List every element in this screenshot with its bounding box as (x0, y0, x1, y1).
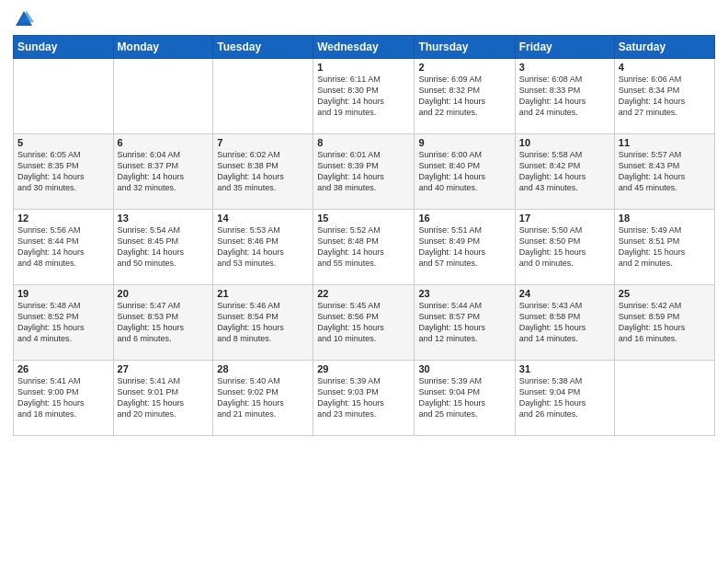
day-info: Sunrise: 5:39 AM Sunset: 9:03 PM Dayligh… (317, 375, 410, 420)
day-info: Sunrise: 5:41 AM Sunset: 9:00 PM Dayligh… (17, 375, 109, 420)
day-number: 23 (418, 288, 510, 299)
logo (13, 9, 34, 29)
day-number: 28 (217, 363, 309, 374)
day-info: Sunrise: 5:46 AM Sunset: 8:54 PM Dayligh… (217, 300, 309, 345)
day-number: 30 (418, 363, 510, 374)
day-number: 6 (118, 137, 210, 148)
day-info: Sunrise: 5:42 AM Sunset: 8:59 PM Dayligh… (619, 300, 711, 345)
calendar-week-5: 26Sunrise: 5:41 AM Sunset: 9:00 PM Dayli… (14, 361, 715, 436)
day-info: Sunrise: 5:52 AM Sunset: 8:48 PM Dayligh… (317, 224, 410, 270)
day-number: 24 (519, 288, 610, 299)
calendar-cell: 26Sunrise: 5:41 AM Sunset: 9:00 PM Dayli… (14, 361, 114, 436)
calendar-cell: 11Sunrise: 5:57 AM Sunset: 8:43 PM Dayli… (614, 134, 714, 210)
day-number: 18 (619, 213, 711, 224)
day-info: Sunrise: 5:50 AM Sunset: 8:50 PM Dayligh… (519, 224, 610, 270)
day-number: 13 (118, 213, 210, 224)
day-number: 25 (619, 288, 711, 299)
day-number: 15 (317, 213, 410, 224)
calendar-cell: 13Sunrise: 5:54 AM Sunset: 8:45 PM Dayli… (113, 210, 213, 285)
day-number: 5 (17, 137, 109, 148)
page: SundayMondayTuesdayWednesdayThursdayFrid… (0, 0, 728, 563)
calendar-cell: 1Sunrise: 6:11 AM Sunset: 8:30 PM Daylig… (313, 59, 415, 134)
calendar-cell: 31Sunrise: 5:38 AM Sunset: 9:04 PM Dayli… (515, 361, 614, 436)
calendar-cell: 28Sunrise: 5:40 AM Sunset: 9:02 PM Dayli… (213, 361, 313, 436)
calendar-cell: 21Sunrise: 5:46 AM Sunset: 8:54 PM Dayli… (213, 285, 313, 361)
calendar-cell (14, 59, 114, 134)
calendar-cell: 3Sunrise: 6:08 AM Sunset: 8:33 PM Daylig… (515, 59, 614, 134)
day-info: Sunrise: 5:53 AM Sunset: 8:46 PM Dayligh… (217, 224, 309, 270)
weekday-header-friday: Friday (515, 36, 614, 59)
calendar-cell (614, 361, 714, 436)
day-info: Sunrise: 5:41 AM Sunset: 9:01 PM Dayligh… (118, 375, 210, 420)
calendar-cell: 2Sunrise: 6:09 AM Sunset: 8:32 PM Daylig… (415, 59, 515, 134)
day-info: Sunrise: 5:48 AM Sunset: 8:52 PM Dayligh… (17, 300, 109, 345)
calendar-cell: 7Sunrise: 6:02 AM Sunset: 8:38 PM Daylig… (213, 134, 313, 210)
day-info: Sunrise: 5:58 AM Sunset: 8:42 PM Dayligh… (519, 149, 610, 194)
day-number: 4 (619, 62, 711, 73)
calendar-cell: 27Sunrise: 5:41 AM Sunset: 9:01 PM Dayli… (113, 361, 213, 436)
day-info: Sunrise: 5:49 AM Sunset: 8:51 PM Dayligh… (619, 224, 711, 270)
day-info: Sunrise: 5:51 AM Sunset: 8:49 PM Dayligh… (418, 224, 510, 270)
day-info: Sunrise: 5:57 AM Sunset: 8:43 PM Dayligh… (619, 149, 711, 194)
weekday-header-sunday: Sunday (14, 36, 114, 59)
weekday-header-saturday: Saturday (614, 36, 714, 59)
day-number: 20 (118, 288, 210, 299)
calendar-cell: 29Sunrise: 5:39 AM Sunset: 9:03 PM Dayli… (313, 361, 415, 436)
calendar-cell: 5Sunrise: 6:05 AM Sunset: 8:35 PM Daylig… (14, 134, 114, 210)
calendar-cell: 15Sunrise: 5:52 AM Sunset: 8:48 PM Dayli… (313, 210, 415, 285)
logo-icon (14, 9, 34, 29)
day-number: 11 (619, 137, 711, 148)
calendar-cell: 20Sunrise: 5:47 AM Sunset: 8:53 PM Dayli… (113, 285, 213, 361)
day-number: 16 (418, 213, 510, 224)
day-info: Sunrise: 5:44 AM Sunset: 8:57 PM Dayligh… (418, 300, 510, 345)
day-info: Sunrise: 6:06 AM Sunset: 8:34 PM Dayligh… (619, 74, 711, 119)
day-number: 12 (17, 213, 109, 224)
day-info: Sunrise: 6:11 AM Sunset: 8:30 PM Dayligh… (317, 74, 410, 119)
day-number: 9 (418, 137, 510, 148)
day-number: 8 (317, 137, 410, 148)
day-info: Sunrise: 6:05 AM Sunset: 8:35 PM Dayligh… (17, 149, 109, 194)
calendar-cell: 9Sunrise: 6:00 AM Sunset: 8:40 PM Daylig… (415, 134, 515, 210)
calendar-cell: 23Sunrise: 5:44 AM Sunset: 8:57 PM Dayli… (415, 285, 515, 361)
day-info: Sunrise: 5:54 AM Sunset: 8:45 PM Dayligh… (118, 224, 210, 270)
day-info: Sunrise: 5:39 AM Sunset: 9:04 PM Dayligh… (418, 375, 510, 420)
day-info: Sunrise: 6:01 AM Sunset: 8:39 PM Dayligh… (317, 149, 410, 194)
day-info: Sunrise: 5:43 AM Sunset: 8:58 PM Dayligh… (519, 300, 610, 345)
calendar-cell: 12Sunrise: 5:56 AM Sunset: 8:44 PM Dayli… (14, 210, 114, 285)
day-info: Sunrise: 5:40 AM Sunset: 9:02 PM Dayligh… (217, 375, 309, 420)
weekday-header-row: SundayMondayTuesdayWednesdayThursdayFrid… (14, 36, 715, 59)
calendar-week-2: 5Sunrise: 6:05 AM Sunset: 8:35 PM Daylig… (14, 134, 715, 210)
calendar-cell: 19Sunrise: 5:48 AM Sunset: 8:52 PM Dayli… (14, 285, 114, 361)
calendar-cell: 10Sunrise: 5:58 AM Sunset: 8:42 PM Dayli… (515, 134, 614, 210)
day-number: 27 (118, 363, 210, 374)
calendar-cell: 17Sunrise: 5:50 AM Sunset: 8:50 PM Dayli… (515, 210, 614, 285)
day-info: Sunrise: 6:09 AM Sunset: 8:32 PM Dayligh… (418, 74, 510, 119)
day-number: 1 (317, 62, 410, 73)
weekday-header-tuesday: Tuesday (213, 36, 313, 59)
day-number: 14 (217, 213, 309, 224)
day-info: Sunrise: 5:45 AM Sunset: 8:56 PM Dayligh… (317, 300, 410, 345)
day-number: 31 (519, 363, 610, 374)
calendar-table: SundayMondayTuesdayWednesdayThursdayFrid… (13, 35, 715, 436)
day-number: 29 (317, 363, 410, 374)
day-number: 17 (519, 213, 610, 224)
day-number: 3 (519, 62, 610, 73)
day-info: Sunrise: 5:56 AM Sunset: 8:44 PM Dayligh… (17, 224, 109, 270)
calendar-cell: 22Sunrise: 5:45 AM Sunset: 8:56 PM Dayli… (313, 285, 415, 361)
day-number: 2 (418, 62, 510, 73)
calendar-cell: 8Sunrise: 6:01 AM Sunset: 8:39 PM Daylig… (313, 134, 415, 210)
calendar-cell: 14Sunrise: 5:53 AM Sunset: 8:46 PM Dayli… (213, 210, 313, 285)
weekday-header-wednesday: Wednesday (313, 36, 415, 59)
calendar-cell: 6Sunrise: 6:04 AM Sunset: 8:37 PM Daylig… (113, 134, 213, 210)
calendar-cell: 4Sunrise: 6:06 AM Sunset: 8:34 PM Daylig… (614, 59, 714, 134)
day-info: Sunrise: 5:47 AM Sunset: 8:53 PM Dayligh… (118, 300, 210, 345)
weekday-header-monday: Monday (113, 36, 213, 59)
calendar-week-3: 12Sunrise: 5:56 AM Sunset: 8:44 PM Dayli… (14, 210, 715, 285)
day-number: 19 (17, 288, 109, 299)
calendar-cell: 30Sunrise: 5:39 AM Sunset: 9:04 PM Dayli… (415, 361, 515, 436)
weekday-header-thursday: Thursday (415, 36, 515, 59)
calendar-cell (113, 59, 213, 134)
calendar-cell (213, 59, 313, 134)
day-info: Sunrise: 6:00 AM Sunset: 8:40 PM Dayligh… (418, 149, 510, 194)
day-info: Sunrise: 6:08 AM Sunset: 8:33 PM Dayligh… (519, 74, 610, 119)
